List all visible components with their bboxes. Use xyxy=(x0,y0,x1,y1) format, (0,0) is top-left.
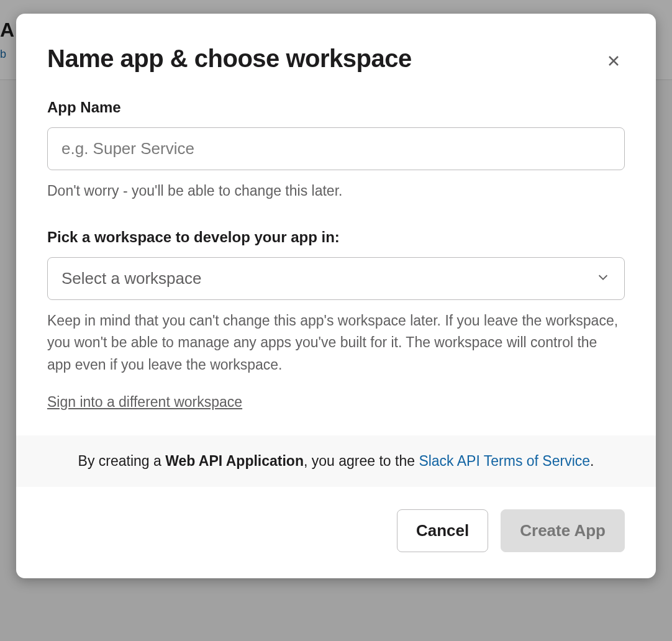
terms-prefix: By creating a xyxy=(78,453,166,469)
modal-footer: Cancel Create App xyxy=(16,487,656,578)
modal-body: App Name Don't worry - you'll be able to… xyxy=(16,74,656,435)
workspace-help-text: Keep in mind that you can't change this … xyxy=(47,310,625,376)
cancel-button[interactable]: Cancel xyxy=(397,509,488,552)
app-name-input[interactable] xyxy=(47,127,625,170)
close-icon xyxy=(606,61,621,70)
terms-suffix: . xyxy=(590,453,594,469)
modal-overlay: Name app & choose workspace App Name Don… xyxy=(0,0,672,641)
create-app-button[interactable]: Create App xyxy=(501,509,625,552)
signin-different-workspace-link[interactable]: Sign into a different workspace xyxy=(47,394,242,411)
create-app-modal: Name app & choose workspace App Name Don… xyxy=(16,14,656,578)
modal-header: Name app & choose workspace xyxy=(16,14,656,74)
app-name-label: App Name xyxy=(47,99,625,116)
terms-middle: , you agree to the xyxy=(304,453,419,469)
workspace-field-group: Pick a workspace to develop your app in:… xyxy=(47,229,625,411)
terms-link[interactable]: Slack API Terms of Service xyxy=(419,453,590,469)
workspace-select-wrapper: Select a workspace xyxy=(47,257,625,300)
app-name-help-text: Don't worry - you'll be able to change t… xyxy=(47,180,625,202)
app-name-field-group: App Name Don't worry - you'll be able to… xyxy=(47,99,625,202)
modal-title: Name app & choose workspace xyxy=(47,45,412,73)
terms-banner: By creating a Web API Application, you a… xyxy=(16,435,656,487)
workspace-label: Pick a workspace to develop your app in: xyxy=(47,229,625,246)
close-button[interactable] xyxy=(602,50,625,74)
terms-bold: Web API Application xyxy=(165,453,304,469)
workspace-select[interactable]: Select a workspace xyxy=(47,257,625,300)
